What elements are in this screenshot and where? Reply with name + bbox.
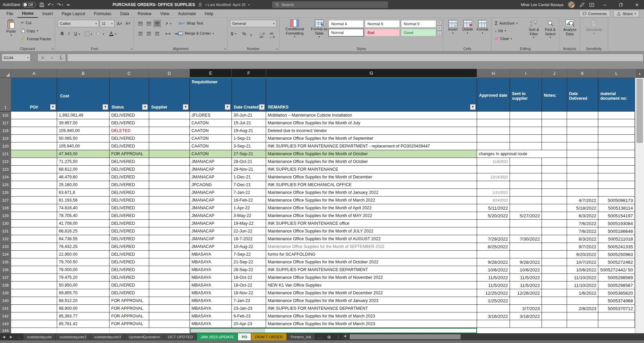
cell[interactable]: 41.708,00: [57, 220, 110, 227]
cell[interactable]: [510, 181, 542, 189]
cell[interactable]: [598, 181, 635, 189]
cell[interactable]: [567, 127, 598, 135]
cell[interactable]: MBASAYA: [190, 305, 232, 312]
row-header[interactable]: 134: [0, 251, 11, 258]
row-header[interactable]: 143: [0, 320, 11, 328]
cell[interactable]: [542, 173, 567, 181]
name-box-splitter[interactable]: ⋮: [33, 54, 37, 59]
cell[interactable]: 1-Dec-21: [232, 173, 266, 181]
cell[interactable]: 1-Apr-22: [232, 204, 266, 212]
cell[interactable]: [542, 212, 567, 220]
cell[interactable]: 16-Feb-22: [232, 197, 266, 204]
cell[interactable]: JMANACAP: [190, 173, 232, 181]
cell[interactable]: [11, 181, 57, 189]
cell[interactable]: DELIVERED: [110, 112, 149, 119]
cell[interactable]: [477, 305, 510, 312]
row-header[interactable]: 142: [0, 312, 11, 320]
cell[interactable]: [11, 282, 57, 289]
avatar[interactable]: [568, 1, 575, 8]
cell[interactable]: [149, 258, 190, 266]
cell[interactable]: [542, 243, 567, 251]
format-cells-button[interactable]: Format▾: [476, 20, 489, 35]
cell[interactable]: [510, 142, 542, 150]
cell[interactable]: [510, 127, 542, 135]
sheet-tab-outdatedquote3[interactable]: outdatedquote3: [90, 333, 125, 340]
cell[interactable]: 7-Sep-22: [232, 251, 266, 258]
cell[interactable]: JMANACAP: [190, 158, 232, 166]
cell[interactable]: 18-7-2022: [232, 235, 266, 243]
cell[interactable]: 28-Oct-21: [232, 158, 266, 166]
ribbon-display-options-icon[interactable]: [589, 2, 594, 7]
cell[interactable]: INK SUPPLIES FOR MAINTENANCE DEPARTMENT …: [266, 142, 477, 150]
cell[interactable]: INK SUPPLIES FOR MAINTENANCE office: [266, 220, 477, 227]
sheet-nav-right-icon[interactable]: ▶: [7, 333, 15, 340]
cell[interactable]: 1/6/2022: [567, 289, 598, 297]
cell[interactable]: 3/16/2022: [477, 312, 510, 320]
paste-button[interactable]: Paste▾: [3, 19, 19, 37]
sheet-overflow-indicator[interactable]: ...: [15, 333, 24, 340]
cell[interactable]: [542, 158, 567, 166]
cell[interactable]: [510, 297, 542, 305]
cell[interactable]: [510, 166, 542, 173]
row-header[interactable]: 130: [0, 220, 11, 227]
cell[interactable]: [567, 135, 598, 142]
cell[interactable]: 5005241335: [598, 243, 635, 251]
row-header[interactable]: 126: [0, 189, 11, 197]
cell[interactable]: [11, 189, 57, 197]
cell[interactable]: 5005250963: [598, 251, 635, 258]
cell[interactable]: [542, 235, 567, 243]
cell[interactable]: [542, 251, 567, 258]
cell[interactable]: [510, 173, 542, 181]
cell[interactable]: [598, 166, 635, 173]
cell[interactable]: 88,512.20: [57, 297, 110, 305]
row-header[interactable]: 138: [0, 282, 11, 289]
cell[interactable]: [149, 173, 190, 181]
cell[interactable]: JPCAONG: [190, 181, 232, 189]
cell[interactable]: 2/7/2023: [510, 305, 542, 312]
sheet-overflow-indicator-right[interactable]: …: [315, 333, 325, 340]
cell[interactable]: [542, 297, 567, 305]
cell[interactable]: DELIVERED: [110, 227, 149, 235]
font-dialog-launcher-icon[interactable]: ↘: [130, 47, 133, 50]
cell[interactable]: [510, 227, 542, 235]
cell[interactable]: 6/3/2022: [567, 212, 598, 220]
cell[interactable]: [567, 173, 598, 181]
sheet-tab-outdatedquote[interactable]: outdatedquote: [24, 333, 56, 340]
cell[interactable]: 5005098173: [598, 197, 635, 204]
sheet-tab-oct-updted[interactable]: OCT UPDTED: [164, 333, 197, 340]
ink-pen-icon[interactable]: [579, 2, 585, 7]
cell[interactable]: [11, 166, 57, 173]
cell[interactable]: 18-Oct-22: [232, 282, 266, 289]
cell[interactable]: [477, 127, 510, 135]
insert-function-icon[interactable]: fx: [60, 55, 62, 60]
header-cell-status[interactable]: Status▼: [110, 78, 149, 112]
cell[interactable]: DELIVERED: [110, 220, 149, 227]
filter-icon[interactable]: ▼: [50, 104, 56, 110]
cell[interactable]: 12/26/2022: [510, 289, 542, 297]
cell[interactable]: MBASAYA: [190, 258, 232, 266]
selection-border[interactable]: [190, 328, 477, 333]
cell[interactable]: [149, 119, 190, 127]
cell[interactable]: 7/6/2022: [567, 220, 598, 227]
grow-font-button[interactable]: A˄: [116, 20, 123, 27]
cell[interactable]: 19-May-22: [232, 220, 266, 227]
cell[interactable]: [149, 127, 190, 135]
cell[interactable]: Deleted due to incorrect Vendor: [266, 127, 477, 135]
cell[interactable]: [11, 220, 57, 227]
sheet-tab-printers-ink[interactable]: Printers_Ink: [287, 333, 315, 340]
cell[interactable]: 5005374968: [598, 297, 635, 305]
row-header[interactable]: 129: [0, 212, 11, 220]
cell[interactable]: JMANACAP: [190, 189, 232, 197]
conditional-formatting-button[interactable]: Conditional Formatting▾: [282, 19, 307, 38]
style-chip[interactable]: Normal: [329, 29, 363, 36]
cell[interactable]: DELIVERED: [110, 204, 149, 212]
cell[interactable]: [149, 328, 190, 333]
cell[interactable]: 61.193,56: [57, 197, 110, 204]
clear-button[interactable]: Clear▾: [495, 37, 512, 41]
cell[interactable]: DELIVERED: [110, 181, 149, 189]
cell[interactable]: 79.475,20: [57, 274, 110, 282]
insert-cells-button[interactable]: ← Insert▾: [446, 20, 460, 35]
cell[interactable]: NEW K1 Van Office Supplies: [266, 282, 477, 289]
cell[interactable]: [598, 189, 635, 197]
cell[interactable]: forms for SCAFFOLDING: [266, 251, 477, 258]
